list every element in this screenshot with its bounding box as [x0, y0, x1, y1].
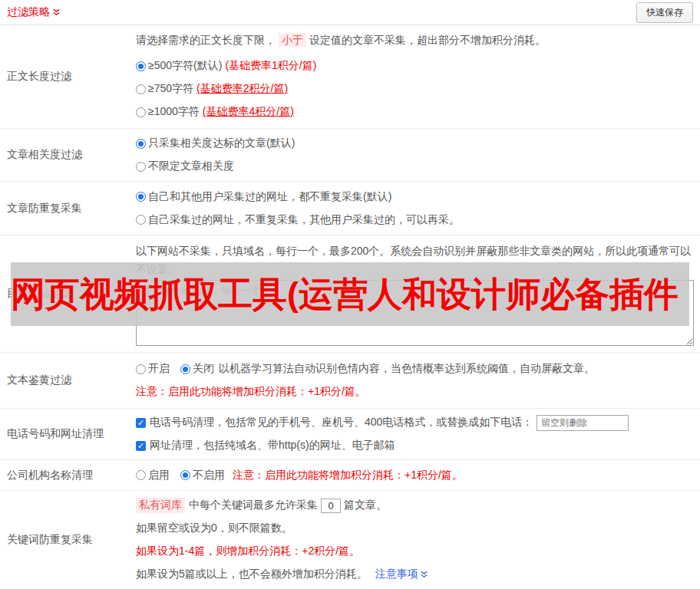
porn-filter-label: 文本鉴黄过滤 — [0, 353, 136, 408]
length-option-1000[interactable]: ≥1000字符 (基础费率4积分/篇) — [136, 100, 694, 123]
company-option-on[interactable]: 启用 — [136, 469, 180, 482]
quick-save-button[interactable]: 快速保存 — [636, 2, 693, 23]
length-option-750[interactable]: ≥750字符 (基础费率2积分/篇) — [136, 77, 694, 100]
radio-checked-icon[interactable] — [136, 192, 146, 202]
checkbox-checked-icon[interactable] — [136, 418, 146, 428]
radio-checked-icon[interactable] — [180, 470, 190, 480]
overlay-ad-banner: 网页视频抓取工具(运营人和设计师必备插件！( — [11, 262, 689, 326]
filter-strategy-page: 过滤策略 快速保存 正文长度过滤 请选择需求的正文长度下限，小于设定值的文章不采… — [0, 0, 700, 589]
porn-filter-desc: 以机器学习算法自动识别色情内容，当色情概率达到系统阈值，自动屏蔽文章。 — [219, 362, 595, 376]
radio-icon[interactable] — [136, 162, 146, 172]
row-company-cleanup: 公司机构名称清理 启用 不启用 注意：启用此功能将增加积分消耗：+1积分/篇。 — [0, 460, 700, 491]
row-dedup-collection: 文章防重复采集 自己和其他用户采集过的网址，都不重复采集(默认) 自己采集过的网… — [0, 182, 700, 235]
row-relevance-filter: 文章相关度过滤 只采集相关度达标的文章(默认) 不限定文章相关度 — [0, 129, 700, 182]
dedup-option-all[interactable]: 自己和其他用户采集过的网址，都不重复采集(默认) — [136, 186, 694, 209]
company-cleanup-note: 注意：启用此功能将增加积分消耗：+1积分/篇。 — [233, 469, 463, 482]
chevron-double-down-icon — [420, 571, 428, 579]
phone-cleanup-option[interactable]: 电话号码清理，包括常见的手机号、座机号、400电话格式，或替换成如下电话： — [136, 411, 694, 434]
radio-icon[interactable] — [136, 84, 146, 94]
phone-url-label: 电话号码和网址清理 — [0, 409, 136, 459]
keyword-note-fee: 如果设为1-4篇，则增加积分消耗：+2积分/篇。 — [136, 540, 694, 563]
topbar: 过滤策略 快速保存 — [0, 0, 700, 25]
porn-filter-note: 注意：启用此功能将增加积分消耗：+1积分/篇。 — [136, 380, 694, 403]
company-cleanup-label: 公司机构名称清理 — [0, 460, 136, 490]
private-lexicon-badge: 私有词库 — [136, 498, 185, 513]
fee-note: (基础费率4积分/篇) — [203, 105, 294, 119]
company-cleanup-options: 启用 不启用 注意：启用此功能将增加积分消耗：+1积分/篇。 — [136, 464, 694, 487]
dedup-option-self[interactable]: 自己采集过的网址，不重复采集，其他用户采集过的，可以再采。 — [136, 209, 694, 232]
row-length-filter: 正文长度过滤 请选择需求的正文长度下限，小于设定值的文章不采集，超出部分不增加积… — [0, 25, 700, 129]
row-phone-url-cleanup: 电话号码和网址清理 电话号码清理，包括常见的手机号、座机号、400电话格式，或替… — [0, 409, 700, 460]
radio-icon[interactable] — [136, 364, 146, 374]
radio-checked-icon[interactable] — [136, 139, 146, 149]
row-porn-filter: 文本鉴黄过滤 开启 关闭 以机器学习算法自动识别色情内容，当色情概率达到系统阈值… — [0, 353, 700, 409]
porn-filter-options: 开启 关闭 以机器学习算法自动识别色情内容，当色情概率达到系统阈值，自动屏蔽文章… — [136, 357, 694, 380]
checkbox-checked-icon[interactable] — [136, 441, 146, 451]
keyword-note-five-plus: 如果设为5篇或以上，也不会额外增加积分消耗。 注意事项 — [136, 563, 694, 586]
keyword-dedup-label: 关键词防重复采集 — [0, 491, 136, 589]
porn-option-on[interactable]: 开启 — [136, 362, 180, 376]
length-filter-label: 正文长度过滤 — [0, 25, 136, 128]
porn-option-off[interactable]: 关闭 — [180, 362, 214, 376]
radio-checked-icon[interactable] — [180, 364, 190, 374]
fee-note: (基础费率2积分/篇) — [196, 82, 288, 96]
url-cleanup-option[interactable]: 网址清理，包括纯域名、带http(s)的网址、电子邮箱 — [136, 434, 694, 457]
row-keyword-dedup: 关键词防重复采集 私有词库 中每个关键词最多允许采集 篇文章。 如果留空或设为0… — [0, 491, 700, 589]
dedup-label: 文章防重复采集 — [0, 182, 136, 235]
radio-icon[interactable] — [136, 107, 146, 117]
chevron-double-down-icon — [52, 8, 61, 17]
radio-checked-icon[interactable] — [136, 61, 146, 71]
fee-note: (基础费率1积分/篇) — [225, 59, 316, 73]
notice-link[interactable]: 注意事项 — [375, 568, 428, 581]
radio-icon[interactable] — [136, 215, 146, 225]
page-title: 过滤策略 — [7, 5, 50, 19]
company-option-off[interactable]: 不启用 — [180, 469, 225, 482]
relevance-option-strict[interactable]: 只采集相关度达标的文章(默认) — [136, 132, 694, 155]
relevance-filter-label: 文章相关度过滤 — [0, 129, 136, 181]
replacement-phone-input[interactable] — [537, 415, 629, 431]
less-than-badge: 小于 — [279, 33, 306, 47]
keyword-limit-line: 私有词库 中每个关键词最多允许采集 篇文章。 — [136, 494, 694, 517]
overlay-ad-banner-text: 网页视频抓取工具(运营人和设计师必备插件！( — [11, 271, 689, 318]
length-option-500[interactable]: ≥500字符(默认) (基础费率1积分/篇) — [136, 54, 694, 77]
length-filter-desc: 请选择需求的正文长度下限，小于设定值的文章不采集，超出部分不增加积分消耗。 — [136, 30, 694, 50]
page-title-toggle[interactable]: 过滤策略 — [7, 5, 61, 19]
keyword-note-unlimited: 如果留空或设为0，则不限篇数。 — [136, 517, 694, 540]
radio-icon[interactable] — [136, 470, 146, 480]
relevance-option-any[interactable]: 不限定文章相关度 — [136, 155, 694, 178]
keyword-count-input[interactable] — [321, 499, 341, 513]
